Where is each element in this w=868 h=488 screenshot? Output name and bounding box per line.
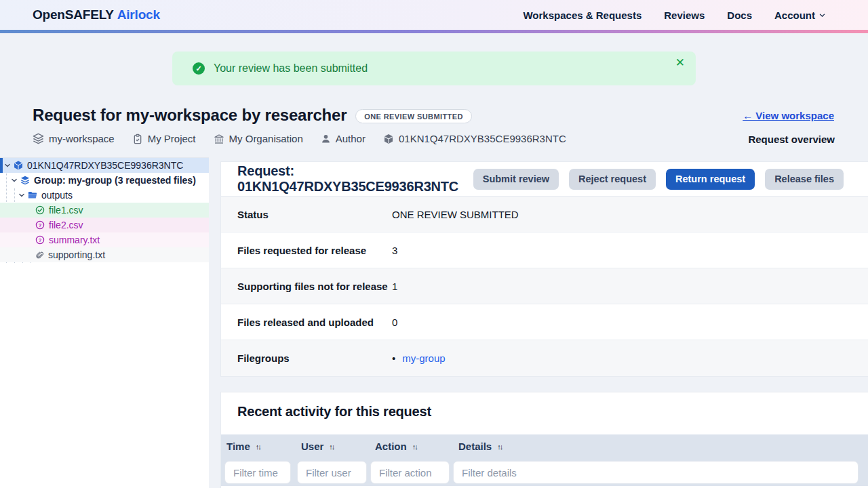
tree-item-label: summary.txt — [49, 235, 100, 245]
question-circle-icon: ? — [35, 235, 45, 245]
user-icon — [321, 134, 331, 144]
request-overview-card: Request: 01KN1Q47RDXYB35CE9936R3NTC Subm… — [220, 161, 868, 377]
activity-title: Recent activity for this request — [221, 392, 868, 434]
tree-item-file2[interactable]: ? file2.csv — [0, 218, 209, 232]
bank-icon — [214, 134, 224, 144]
layers-icon — [20, 176, 30, 185]
detail-label: Supporting files not for release — [237, 281, 392, 292]
column-header-user[interactable]: User ↑↓ — [301, 434, 334, 458]
sort-icon: ↑↓ — [412, 443, 417, 451]
meta-author: Author — [321, 133, 366, 144]
tree-item-label: file1.csv — [49, 205, 83, 216]
filter-action-input[interactable] — [370, 461, 450, 484]
tree-item-label: file2.csv — [49, 220, 83, 230]
svg-text:?: ? — [39, 222, 42, 228]
request-card-header: Request: 01KN1Q47RDXYB35CE9936R3NTC Subm… — [221, 162, 868, 197]
meta-author-label: Author — [336, 133, 366, 144]
meta-organisation-label: My Organisation — [229, 133, 303, 144]
request-meta-row: my-workspace My Project My Organisation … — [33, 133, 566, 144]
column-label: User — [301, 441, 323, 452]
tree-item-summary[interactable]: ? summary.txt — [0, 232, 209, 247]
detail-row-status: Status ONE REVIEW SUBMITTED — [221, 197, 868, 232]
brand-part-opensafely: OpenSAFELY — [33, 7, 114, 22]
chevron-down-icon[interactable] — [4, 162, 11, 169]
nav-workspaces-requests[interactable]: Workspaces & Requests — [523, 9, 642, 21]
chevron-down-icon — [818, 12, 826, 19]
page-header: Request for my-workspace by researcher O… — [33, 106, 472, 125]
detail-row-supporting-files: Supporting files not for release 1 — [221, 268, 868, 304]
meta-request-id: 01KN1Q47RDXYB35CE9936R3NTC — [383, 133, 566, 144]
nav-account-label: Account — [774, 9, 815, 21]
meta-request-id-label: 01KN1Q47RDXYB35CE9936R3NTC — [399, 133, 566, 144]
nav-reviews[interactable]: Reviews — [664, 9, 705, 21]
tree-item-label: supporting.txt — [48, 249, 105, 260]
submit-review-button[interactable]: Submit review — [473, 169, 559, 190]
gradient-divider — [0, 30, 868, 33]
column-header-action[interactable]: Action ↑↓ — [375, 434, 417, 458]
request-overview-label: Request overview — [748, 134, 835, 145]
recent-activity-card: Recent activity for this request Time ↑↓… — [220, 392, 868, 488]
view-workspace-link[interactable]: ← View workspace — [743, 110, 834, 121]
detail-value: ONE REVIEW SUBMITTED — [392, 209, 519, 220]
sort-icon: ↑↓ — [256, 443, 260, 451]
filter-user-input[interactable] — [297, 461, 367, 484]
clipboard-icon — [132, 134, 143, 144]
check-circle-icon — [35, 205, 45, 215]
tree-item-label: 01KN1Q47RDXYB35CE9936R3NTC — [27, 160, 183, 171]
cube-icon — [14, 161, 23, 170]
detail-value: 0 — [392, 317, 397, 328]
tree-item-request-root[interactable]: 01KN1Q47RDXYB35CE9936R3NTC — [0, 158, 209, 173]
column-header-time[interactable]: Time ↑↓ — [226, 434, 260, 458]
nav-account-menu[interactable]: Account — [774, 9, 826, 21]
column-label: Details — [458, 441, 492, 452]
detail-label: Status — [237, 209, 392, 220]
meta-workspace-label: my-workspace — [49, 133, 115, 144]
page-title: Request for my-workspace by researcher — [33, 106, 347, 125]
filter-details-input[interactable] — [453, 461, 859, 484]
sort-icon: ↑↓ — [329, 443, 334, 451]
chevron-down-icon[interactable] — [18, 192, 25, 199]
return-request-button[interactable]: Return request — [666, 169, 755, 190]
reject-request-button[interactable]: Reject request — [569, 169, 656, 190]
detail-row-files-requested: Files requested for release 3 — [221, 232, 868, 268]
file-tree-sidebar: 01KN1Q47RDXYB35CE9936R3NTC Group: my-gro… — [0, 157, 209, 488]
column-header-details[interactable]: Details ↑↓ — [458, 434, 502, 458]
release-files-button[interactable]: Release files — [765, 169, 844, 190]
filter-time-input[interactable] — [224, 461, 291, 484]
nav-items: Workspaces & Requests Reviews Docs Accou… — [523, 9, 826, 21]
detail-value: 3 — [392, 245, 397, 256]
tree-item-group[interactable]: Group: my-group (3 requested files) — [0, 173, 209, 188]
detail-value: 1 — [392, 281, 397, 292]
alert-message: Your review has been submitted — [214, 62, 368, 75]
tree-item-label: outputs — [41, 190, 73, 201]
meta-organisation: My Organisation — [214, 133, 303, 144]
meta-project-label: My Project — [148, 133, 196, 144]
tree-item-label: Group: my-group (3 requested files) — [34, 175, 196, 186]
detail-label: Files released and uploaded — [237, 317, 392, 328]
request-card-title: Request: 01KN1Q47RDXYB35CE9936R3NTC — [237, 163, 473, 195]
svg-text:?: ? — [39, 237, 42, 243]
chevron-down-icon[interactable] — [11, 177, 18, 184]
tree-item-supporting[interactable]: supporting.txt — [0, 247, 209, 262]
meta-project: My Project — [132, 133, 196, 144]
tree-item-outputs-folder[interactable]: outputs — [0, 188, 209, 203]
nav-docs[interactable]: Docs — [727, 9, 752, 21]
check-circle-icon: ✓ — [193, 62, 205, 75]
request-actions: Submit review Reject request Return requ… — [473, 169, 844, 190]
close-icon[interactable]: ✕ — [675, 55, 685, 71]
filegroup-link[interactable]: my-group — [402, 352, 445, 364]
tree-item-file1[interactable]: file1.csv — [0, 203, 209, 218]
meta-workspace: my-workspace — [33, 133, 115, 144]
cube-icon — [383, 134, 394, 144]
question-circle-icon: ? — [35, 220, 45, 230]
detail-row-filegroups: Filegroups •my-group — [221, 340, 868, 376]
detail-row-files-released: Files released and uploaded 0 — [221, 304, 868, 340]
brand-logo[interactable]: OpenSAFELYAirlock — [33, 7, 160, 22]
detail-label: Filegroups — [237, 352, 392, 364]
status-badge: ONE REVIEW SUBMITTED — [355, 109, 472, 123]
activity-filter-row — [221, 458, 868, 486]
top-navbar: OpenSAFELYAirlock Workspaces & Requests … — [0, 0, 868, 30]
detail-label: Files requested for release — [237, 245, 392, 256]
detail-value: •my-group — [392, 352, 446, 364]
paperclip-icon — [35, 251, 44, 260]
